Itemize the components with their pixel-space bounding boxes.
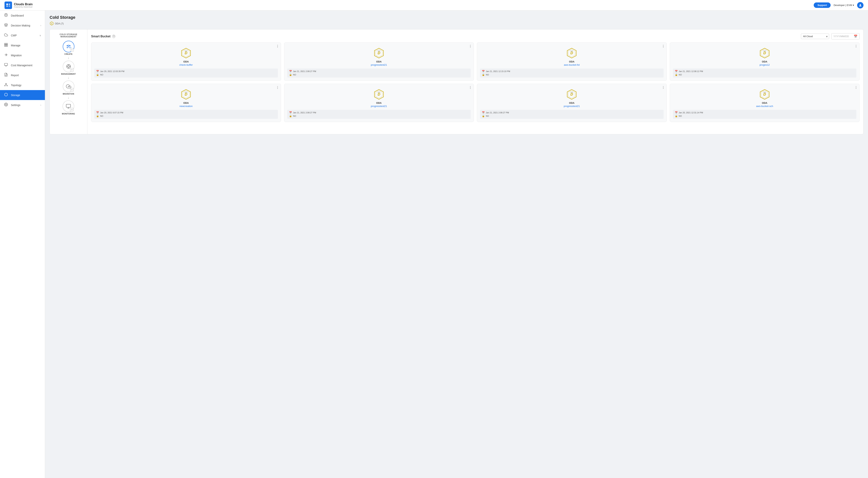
- card-lock: 🔒 NO: [482, 115, 662, 117]
- workflow-step-create[interactable]: ☰ CREATE: [63, 41, 74, 55]
- developer-menu[interactable]: Developer | EVM ▾: [834, 4, 854, 7]
- sidebar-item-label: Cost Management: [11, 64, 32, 67]
- card-date-value: Jan 21, 2021 2:08:27 PM: [293, 70, 316, 72]
- card-logo-area: D ODA: [673, 87, 857, 100]
- card-menu[interactable]: ⋮: [469, 44, 472, 48]
- manage-icon: [4, 43, 8, 48]
- card-provider: ODA: [480, 102, 663, 104]
- storage-card[interactable]: ⋮ D ODA ODA progresstest21 📅 Jan 21, 202…: [477, 84, 667, 122]
- oda-hex-icon: D ODA: [566, 89, 577, 100]
- card-logo-area: D ODA: [287, 45, 471, 59]
- sidebar: Dashboard Decision Making › CMP ∨: [0, 10, 45, 478]
- card-menu[interactable]: ⋮: [855, 44, 858, 48]
- storage-card[interactable]: ⋮ D ODA ODA progresstest21 📅 Jan 21, 202…: [284, 42, 474, 81]
- sidebar-item-storage[interactable]: Storage: [0, 90, 45, 100]
- card-provider: ODA: [287, 60, 471, 63]
- svg-point-26: [69, 45, 70, 46]
- cost-management-icon: [4, 63, 8, 68]
- card-lock: 🔒 NO: [289, 73, 469, 76]
- decision-making-icon: [4, 23, 8, 28]
- support-button[interactable]: Support: [814, 2, 831, 8]
- sidebar-item-topology[interactable]: Topology: [0, 80, 45, 90]
- management-step-inner: ☰: [70, 68, 74, 71]
- card-logo-area: D ODA: [480, 87, 663, 100]
- card-menu[interactable]: ⋮: [662, 44, 665, 48]
- sidebar-item-label: Manage: [11, 44, 21, 47]
- workflow-step-migration[interactable]: ☰ MIGRATION: [63, 80, 74, 95]
- calendar-icon: 📅: [289, 70, 292, 73]
- smart-bucket-title: Smart Bucket ⓘ: [91, 35, 115, 38]
- migration-step-inner: ☰: [70, 88, 74, 92]
- monitoring-step-inner: ☰: [70, 108, 73, 111]
- lock-icon: 🔒: [675, 115, 678, 117]
- storage-card[interactable]: ⋮ D ODA ODA aws-bucket-sch 📅 Jan 20, 202…: [670, 84, 860, 122]
- card-name[interactable]: newcreation: [94, 105, 278, 107]
- svg-text:ODA: ODA: [570, 92, 573, 93]
- card-footer: 📅 Jan 21, 2021 12:15:10 PM 🔒 NO: [480, 68, 663, 77]
- card-name[interactable]: progresstest21: [480, 105, 663, 107]
- card-menu[interactable]: ⋮: [469, 86, 472, 89]
- calendar-icon: 📅: [854, 35, 858, 38]
- svg-text:ODA: ODA: [185, 92, 187, 93]
- cloud-select[interactable]: All Cloud AWS Azure GCP: [801, 34, 829, 39]
- card-menu[interactable]: ⋮: [276, 44, 279, 48]
- sidebar-item-dashboard[interactable]: Dashboard: [0, 10, 45, 21]
- migration-icon: [4, 53, 8, 58]
- svg-point-18: [5, 86, 5, 86]
- sidebar-item-decision-making[interactable]: Decision Making ›: [0, 21, 45, 30]
- card-provider: ODA: [94, 60, 278, 63]
- card-date: 📅 Jan 20, 2021 6:07:15 PM: [96, 111, 276, 114]
- card-name[interactable]: aws-bucket-fol: [480, 63, 663, 66]
- storage-icon: [4, 93, 8, 97]
- sidebar-item-manage[interactable]: Manage: [0, 40, 45, 50]
- management-step-circle: ☰: [63, 61, 74, 72]
- logo-title: Clouds Brain: [14, 3, 33, 6]
- card-date-value: Jan 29, 2021 12:03:39 PM: [100, 70, 124, 72]
- workflow-step-management[interactable]: ☰ MANAGEMENT: [61, 61, 76, 75]
- arrow-3: ↓: [68, 96, 69, 100]
- avatar[interactable]: [857, 2, 864, 8]
- card-name[interactable]: aws-bucket-sch: [673, 105, 857, 107]
- svg-text:ODA: ODA: [570, 50, 573, 52]
- card-name[interactable]: check-buffer: [94, 63, 278, 66]
- sidebar-item-migration[interactable]: Migration: [0, 50, 45, 60]
- svg-rect-12: [4, 63, 8, 66]
- svg-point-19: [7, 86, 7, 86]
- sidebar-item-cmp[interactable]: CMP ∨: [0, 30, 45, 40]
- storage-card[interactable]: ⋮ D ODA ODA proges12 📅 Jan 21, 2021 12:0…: [670, 42, 860, 81]
- card-lock: 🔒 NO: [482, 73, 662, 76]
- card-menu[interactable]: ⋮: [276, 86, 279, 89]
- card-menu[interactable]: ⋮: [662, 86, 665, 89]
- card-name[interactable]: progresstest21: [287, 105, 471, 107]
- workflow-step-monitoring[interactable]: ☰ MONITORING: [62, 100, 75, 115]
- date-input[interactable]: YYYY/MM/DD 📅: [831, 33, 860, 39]
- svg-rect-0: [6, 4, 8, 5]
- calendar-icon: 📅: [482, 70, 485, 73]
- storage-card[interactable]: ⋮ D ODA ODA newcreation 📅 Jan 20, 2021 6…: [91, 84, 281, 122]
- oda-hex-icon: D ODA: [180, 89, 192, 100]
- card-date: 📅 Jan 20, 2021 12:31:14 PM: [675, 111, 855, 114]
- oda-label: ODA (7): [55, 22, 64, 25]
- chevron-down-icon: ∨: [39, 34, 41, 37]
- card-provider: ODA: [673, 60, 857, 63]
- migration-step-circle: ☰: [63, 80, 74, 92]
- svg-point-25: [68, 45, 69, 46]
- card-date: 📅 Jan 29, 2021 12:03:39 PM: [96, 70, 276, 73]
- card-menu[interactable]: ⋮: [855, 86, 858, 89]
- workflow-title: COLD STORAGE MANAGEMENT: [52, 33, 85, 38]
- oda-badge: D ODA (7): [50, 22, 64, 26]
- storage-card[interactable]: ⋮ D ODA ODA aws-bucket-fol 📅 Jan 21, 202…: [477, 42, 667, 81]
- info-icon[interactable]: ⓘ: [112, 35, 115, 38]
- card-date: 📅 Jan 21, 2021 12:15:10 PM: [482, 70, 662, 73]
- calendar-icon: 📅: [675, 111, 678, 114]
- storage-card[interactable]: ⋮ D ODA ODA check-buffer 📅 Jan 29, 2021 …: [91, 42, 281, 81]
- card-name[interactable]: proges12: [673, 63, 857, 66]
- storage-card[interactable]: ⋮ D ODA ODA progresstest21 📅 Jan 21, 202…: [284, 84, 474, 122]
- card-lock-value: NO: [679, 115, 682, 117]
- sidebar-item-settings[interactable]: Settings ›: [0, 100, 45, 110]
- calendar-icon: 📅: [675, 70, 678, 73]
- card-name[interactable]: progresstest21: [287, 63, 471, 66]
- sidebar-item-report[interactable]: Report: [0, 70, 45, 80]
- svg-text:ODA: ODA: [763, 50, 766, 52]
- sidebar-item-cost-management[interactable]: Cost Management: [0, 60, 45, 70]
